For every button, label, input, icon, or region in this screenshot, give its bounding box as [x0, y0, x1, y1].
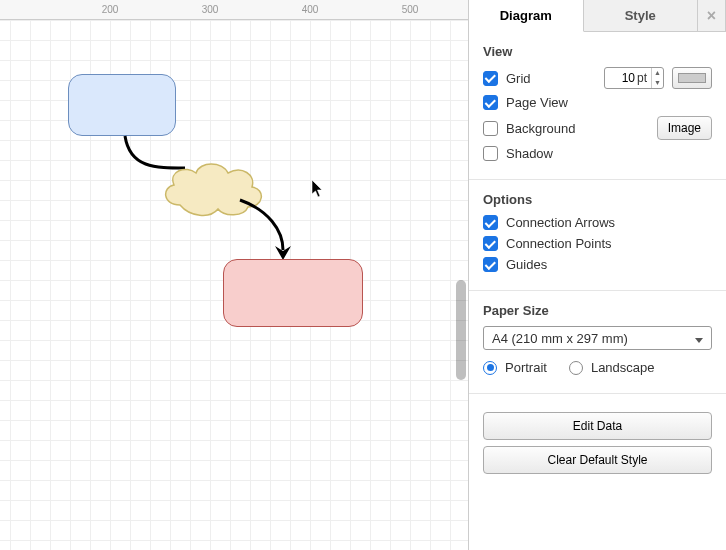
label-landscape: Landscape [591, 360, 655, 375]
section-title: View [483, 44, 712, 59]
checkbox-connection-points[interactable] [483, 236, 498, 251]
grid-size-input[interactable] [605, 71, 637, 85]
checkbox-guides[interactable] [483, 257, 498, 272]
label-background: Background [506, 121, 575, 136]
section-view: View Grid pt ▲▼ Page View Background Ima… [469, 32, 726, 180]
label-connection-arrows: Connection Arrows [506, 215, 615, 230]
shape-red-rect[interactable] [223, 259, 363, 327]
label-page-view: Page View [506, 95, 568, 110]
label-portrait: Portrait [505, 360, 547, 375]
radio-portrait[interactable] [483, 361, 497, 375]
tab-diagram[interactable]: Diagram [469, 0, 584, 32]
section-title: Paper Size [483, 303, 712, 318]
label-grid: Grid [506, 71, 531, 86]
checkbox-connection-arrows[interactable] [483, 215, 498, 230]
ruler-tick: 300 [202, 4, 219, 15]
stepper-down-icon[interactable]: ▼ [652, 78, 663, 88]
checkbox-grid[interactable] [483, 71, 498, 86]
stepper-up-icon[interactable]: ▲ [652, 68, 663, 78]
section-actions: Edit Data Clear Default Style [469, 394, 726, 486]
shape-blue-rect[interactable] [68, 74, 176, 136]
checkbox-shadow[interactable] [483, 146, 498, 161]
paper-size-select[interactable]: A4 (210 mm x 297 mm) [483, 326, 712, 350]
ruler-tick: 400 [302, 4, 319, 15]
canvas[interactable]: 200 300 400 500 [0, 0, 468, 550]
close-panel-button[interactable]: × [698, 0, 726, 31]
tab-style[interactable]: Style [584, 0, 699, 31]
section-options: Options Connection Arrows Connection Poi… [469, 180, 726, 291]
checkbox-background[interactable] [483, 121, 498, 136]
paper-size-value: A4 (210 mm x 297 mm) [492, 331, 628, 346]
grid-unit: pt [637, 71, 651, 85]
label-guides: Guides [506, 257, 547, 272]
scroll-thumb[interactable] [456, 280, 466, 380]
edit-data-button[interactable]: Edit Data [483, 412, 712, 440]
section-title: Options [483, 192, 712, 207]
ruler-horizontal: 200 300 400 500 [0, 0, 468, 20]
chevron-down-icon [695, 331, 703, 346]
clear-default-style-button[interactable]: Clear Default Style [483, 446, 712, 474]
grid-size-stepper[interactable]: pt ▲▼ [604, 67, 664, 89]
grid-color-button[interactable] [672, 67, 712, 89]
section-paper-size: Paper Size A4 (210 mm x 297 mm) Portrait… [469, 291, 726, 394]
label-connection-points: Connection Points [506, 236, 612, 251]
panel-tabs: Diagram Style × [469, 0, 726, 32]
format-panel: Diagram Style × View Grid pt ▲▼ Page Vie… [468, 0, 726, 550]
ruler-tick: 200 [102, 4, 119, 15]
ruler-tick: 500 [402, 4, 419, 15]
scrollbar-vertical[interactable] [456, 20, 466, 546]
label-shadow: Shadow [506, 146, 553, 161]
image-button[interactable]: Image [657, 116, 712, 140]
radio-landscape[interactable] [569, 361, 583, 375]
checkbox-page-view[interactable] [483, 95, 498, 110]
